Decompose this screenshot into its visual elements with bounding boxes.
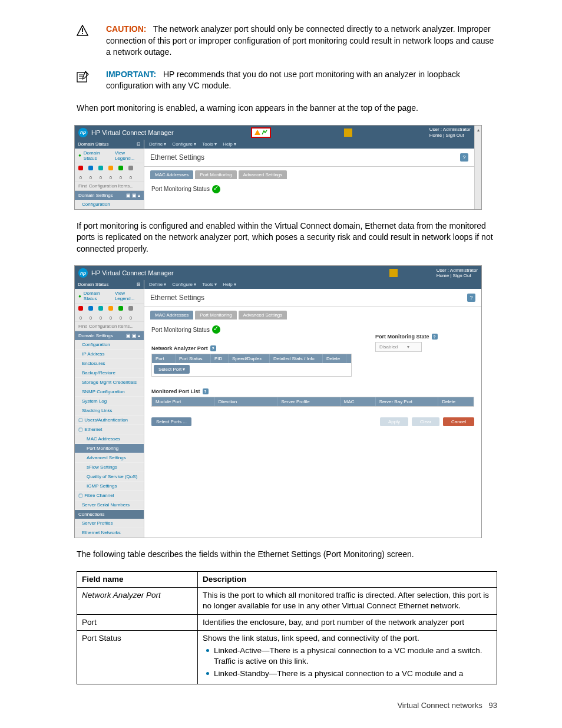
menu-tools[interactable]: Tools ▾: [202, 282, 217, 287]
sidebar-item-serial[interactable]: Server Serial Numbers: [75, 500, 144, 510]
find-config-input[interactable]: Find Configuration Items...: [75, 182, 144, 191]
screenshot-2: hp HP Virtual Connect Manager User : Adm…: [74, 265, 482, 538]
caution-text: The network analyzer port should only be…: [106, 24, 494, 57]
menu-configure[interactable]: Configure ▾: [172, 282, 196, 287]
sidebar-item-qos[interactable]: Quality of Service (QoS): [75, 472, 144, 482]
home-link[interactable]: Home | Sign Out: [437, 273, 471, 278]
col-server-bay-port: Server Bay Port: [376, 397, 439, 406]
sidebar-item-storage[interactable]: Storage Mgmt Credentials: [75, 378, 144, 387]
bullet-icon: [206, 649, 209, 652]
warning-badge-icon: [251, 127, 271, 138]
col-delete: Delete: [438, 397, 474, 406]
tab-mac-addresses[interactable]: MAC Addresses: [150, 311, 193, 319]
page-title: Ethernet Settings: [150, 294, 204, 302]
sidebar-item-snmp[interactable]: SNMP Configuration: [75, 387, 144, 397]
sidebar-header: Domain Status⊟: [75, 140, 144, 149]
menu-configure[interactable]: Configure ▾: [172, 141, 196, 147]
sidebar-item-port-monitoring[interactable]: Port Monitoring: [75, 444, 144, 453]
menu-tools[interactable]: Tools ▾: [202, 141, 217, 147]
table-row: Port Status Shows the link status, link …: [77, 630, 497, 684]
sidebar: Domain Status⊟ ●Domain Status View Legen…: [75, 280, 144, 538]
sidebar-connections-section[interactable]: Connections: [75, 510, 144, 519]
help-icon[interactable]: ?: [460, 153, 468, 162]
menu-help[interactable]: Help ▾: [223, 141, 236, 147]
status-ok-icon: ●: [78, 153, 81, 158]
app-header: hp HP Virtual Connect Manager User : Adm…: [75, 266, 481, 280]
clear-button[interactable]: Clear: [412, 417, 439, 426]
sidebar-item-syslog[interactable]: System Log: [75, 397, 144, 406]
col-port: Port: [152, 354, 176, 363]
th-description: Description: [198, 571, 497, 587]
cell-desc: Shows the link status, link speed, and c…: [198, 630, 497, 684]
col-port-status: Port Status: [176, 354, 211, 363]
user-info: User : Administrator Home | Sign Out: [437, 268, 478, 279]
home-link[interactable]: Home | Sign Out: [429, 133, 464, 138]
menu-define[interactable]: Define ▾: [149, 141, 166, 147]
cell-field: Network Analyzer Port: [77, 588, 198, 614]
hp-logo-icon: hp: [78, 128, 88, 137]
cell-field: Port: [77, 614, 198, 630]
sidebar-item-profiles[interactable]: Server Profiles: [75, 519, 144, 528]
select-ports-button[interactable]: Select Ports ...: [151, 417, 191, 426]
collapse-icon[interactable]: ⊟: [137, 282, 141, 287]
sidebar-item-users[interactable]: ▢ Users/Authentication: [75, 416, 144, 425]
sidebar-item-mac[interactable]: MAC Addresses: [75, 434, 144, 444]
sidebar-item-ethernet[interactable]: ▢ Ethernet: [75, 425, 144, 434]
pm-state-select[interactable]: Disabled ▾: [375, 342, 422, 352]
view-legend-link[interactable]: View Legend...: [115, 291, 140, 301]
home-icon[interactable]: [344, 129, 352, 137]
menu-help[interactable]: Help ▾: [223, 282, 236, 287]
menubar: Define ▾ Configure ▾ Tools ▾ Help ▾: [144, 140, 474, 149]
field-description-table: Field name Description Network Analyzer …: [77, 571, 497, 684]
paragraph-1: When port monitoring is enabled, a warni…: [77, 103, 497, 114]
sidebar-item-igmp[interactable]: IGMP Settings: [75, 482, 144, 491]
collapse-icon[interactable]: ⊟: [137, 141, 141, 147]
sidebar-item-sflow[interactable]: sFlow Settings: [75, 463, 144, 472]
cancel-button[interactable]: Cancel: [443, 417, 474, 426]
menu-define[interactable]: Define ▾: [149, 282, 166, 287]
sidebar-item-eth-networks[interactable]: Ethernet Networks: [75, 528, 144, 538]
user-info: User : Administrator Home | Sign Out: [429, 127, 471, 138]
tab-advanced-settings[interactable]: Advanced Settings: [239, 170, 287, 179]
sidebar-item-enclosures[interactable]: Enclosures: [75, 359, 144, 368]
sidebar-item-backup[interactable]: Backup/Restore: [75, 368, 144, 378]
domain-settings-section[interactable]: Domain Settings▣ ▣ ▴: [75, 331, 144, 340]
col-module-port: Module Port: [152, 397, 215, 406]
help-icon[interactable]: ?: [467, 294, 475, 302]
sidebar-item-advanced[interactable]: Advanced Settings: [75, 453, 144, 463]
sidebar-item-configuration[interactable]: Configuration: [75, 340, 144, 350]
tab-advanced-settings[interactable]: Advanced Settings: [239, 311, 287, 319]
help-icon[interactable]: ?: [203, 388, 209, 394]
col-pid: PID: [211, 354, 229, 363]
tab-port-monitoring[interactable]: Port Monitoring: [195, 170, 236, 179]
col-direction: Direction: [215, 397, 278, 406]
tab-port-monitoring[interactable]: Port Monitoring: [195, 311, 236, 319]
sidebar-item-configuration[interactable]: Configuration: [75, 200, 144, 209]
sidebar-item-ip-address[interactable]: IP Address: [75, 350, 144, 359]
screenshot-1: hp HP Virtual Connect Manager User : Adm…: [74, 125, 482, 210]
home-icon[interactable]: [389, 269, 398, 277]
help-icon[interactable]: ?: [432, 334, 438, 340]
domain-status-link[interactable]: Domain Status: [84, 291, 109, 301]
domain-status-link[interactable]: Domain Status: [84, 150, 109, 161]
col-speed-duplex: Speed/Duplex: [229, 354, 270, 363]
important-block: IMPORTANT: HP recommends that you do not…: [77, 69, 497, 92]
help-icon[interactable]: ?: [210, 345, 216, 351]
page-footer: Virtual Connect networks 93: [77, 701, 497, 710]
apply-button[interactable]: Apply: [380, 417, 408, 426]
sidebar: Domain Status⊟ ●Domain Status View Legen…: [75, 140, 144, 209]
main-panel: Define ▾ Configure ▾ Tools ▾ Help ▾ Ethe…: [144, 140, 474, 209]
port-monitoring-status-label: Port Monitoring Status: [151, 186, 210, 192]
col-delete: Delete: [323, 354, 346, 363]
table-row: Port Identifies the enclosure, bay, and …: [77, 614, 497, 630]
sidebar-item-fibre[interactable]: ▢ Fibre Channel: [75, 491, 144, 500]
find-config-input[interactable]: Find Configuration Items...: [75, 322, 144, 331]
select-port-button[interactable]: Select Port ▾: [154, 365, 190, 374]
app-header: hp HP Virtual Connect Manager User : Adm…: [75, 126, 474, 140]
scrollbar[interactable]: ▴: [474, 126, 481, 209]
cell-desc: This is the port to which all monitored …: [198, 588, 497, 614]
domain-settings-section[interactable]: Domain Settings▣ ▣ ▴: [75, 191, 144, 200]
tab-mac-addresses[interactable]: MAC Addresses: [150, 170, 193, 179]
view-legend-link[interactable]: View Legend...: [115, 150, 140, 161]
sidebar-item-stacking[interactable]: Stacking Links: [75, 406, 144, 416]
